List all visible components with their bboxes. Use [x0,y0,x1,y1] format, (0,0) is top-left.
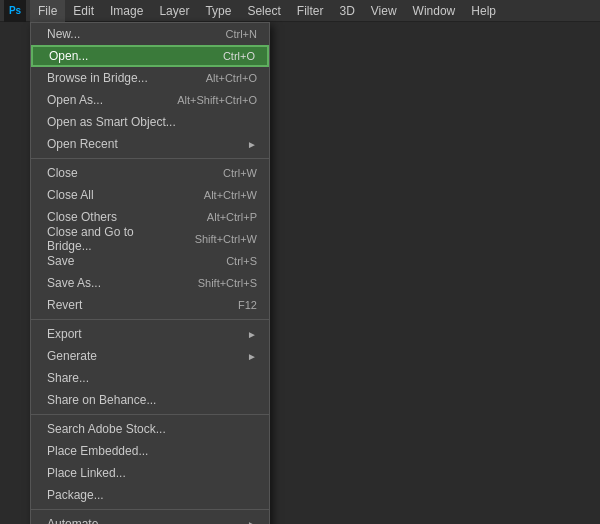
menu-item-search-stock-label: Search Adobe Stock... [47,422,166,436]
menu-item-revert[interactable]: Revert F12 [31,294,269,316]
menu-item-save-shortcut: Ctrl+S [226,255,257,267]
export-arrow-icon: ► [247,329,257,340]
menu-item-open-smart[interactable]: Open as Smart Object... [31,111,269,133]
menu-item-new[interactable]: New... Ctrl+N [31,23,269,45]
menu-item-close-all-label: Close All [47,188,94,202]
menu-item-close[interactable]: Close Ctrl+W [31,162,269,184]
menubar-image[interactable]: Image [102,0,151,22]
menu-item-close-others-label: Close Others [47,210,117,224]
menu-item-browse-label: Browse in Bridge... [47,71,148,85]
menu-item-share-behance-label: Share on Behance... [47,393,156,407]
menu-item-package-label: Package... [47,488,104,502]
menu-item-search-stock[interactable]: Search Adobe Stock... [31,418,269,440]
menu-item-save-as[interactable]: Save As... Shift+Ctrl+S [31,272,269,294]
menubar-filter[interactable]: Filter [289,0,332,22]
file-dropdown-menu: New... Ctrl+N Open... Ctrl+O Browse in B… [30,22,270,524]
menu-item-save-label: Save [47,254,74,268]
menu-item-share-label: Share... [47,371,89,385]
menu-item-close-others-shortcut: Alt+Ctrl+P [207,211,257,223]
menu-item-open-recent[interactable]: Open Recent ► [31,133,269,155]
menubar: Ps File Edit Image Layer Type Select Fil… [0,0,600,22]
menu-item-close-bridge-shortcut: Shift+Ctrl+W [195,233,257,245]
menu-item-open-shortcut: Ctrl+O [223,50,255,62]
menu-item-export[interactable]: Export ► [31,323,269,345]
menu-item-save-as-shortcut: Shift+Ctrl+S [198,277,257,289]
menubar-type[interactable]: Type [197,0,239,22]
menubar-window[interactable]: Window [405,0,464,22]
menu-item-generate[interactable]: Generate ► [31,345,269,367]
automate-arrow-icon: ► [247,519,257,525]
menu-item-save[interactable]: Save Ctrl+S [31,250,269,272]
menubar-select[interactable]: Select [239,0,288,22]
separator-4 [31,509,269,510]
menu-item-close-all[interactable]: Close All Alt+Ctrl+W [31,184,269,206]
menu-item-export-label: Export [47,327,82,341]
separator-2 [31,319,269,320]
menu-item-place-linked[interactable]: Place Linked... [31,462,269,484]
menu-item-place-embedded-label: Place Embedded... [47,444,148,458]
menu-item-place-linked-label: Place Linked... [47,466,126,480]
menu-item-open-as[interactable]: Open As... Alt+Shift+Ctrl+O [31,89,269,111]
menu-item-open-recent-label: Open Recent [47,137,118,151]
menu-item-open-label: Open... [49,49,88,63]
menu-item-browse[interactable]: Browse in Bridge... Alt+Ctrl+O [31,67,269,89]
menu-item-open-as-shortcut: Alt+Shift+Ctrl+O [177,94,257,106]
menu-item-close-shortcut: Ctrl+W [223,167,257,179]
menu-item-new-label: New... [47,27,80,41]
open-recent-arrow-icon: ► [247,139,257,150]
menu-item-automate[interactable]: Automate ► [31,513,269,524]
menu-item-new-shortcut: Ctrl+N [226,28,257,40]
menu-item-save-as-label: Save As... [47,276,101,290]
menu-item-close-bridge[interactable]: Close and Go to Bridge... Shift+Ctrl+W [31,228,269,250]
menubar-layer[interactable]: Layer [151,0,197,22]
generate-arrow-icon: ► [247,351,257,362]
menubar-help[interactable]: Help [463,0,504,22]
menu-item-close-bridge-label: Close and Go to Bridge... [47,225,179,253]
menubar-3d[interactable]: 3D [331,0,362,22]
separator-1 [31,158,269,159]
menubar-view[interactable]: View [363,0,405,22]
menu-item-package[interactable]: Package... [31,484,269,506]
menu-item-automate-label: Automate [47,517,98,524]
menu-item-share-behance[interactable]: Share on Behance... [31,389,269,411]
menu-item-browse-shortcut: Alt+Ctrl+O [206,72,257,84]
app-logo: Ps [4,0,26,22]
menu-item-close-all-shortcut: Alt+Ctrl+W [204,189,257,201]
menu-item-open-as-label: Open As... [47,93,103,107]
menu-item-place-embedded[interactable]: Place Embedded... [31,440,269,462]
menu-item-share[interactable]: Share... [31,367,269,389]
menu-item-revert-shortcut: F12 [238,299,257,311]
separator-3 [31,414,269,415]
menu-item-close-label: Close [47,166,78,180]
menubar-edit[interactable]: Edit [65,0,102,22]
menu-item-revert-label: Revert [47,298,82,312]
menu-item-generate-label: Generate [47,349,97,363]
menu-item-open[interactable]: Open... Ctrl+O [31,45,269,67]
menubar-file[interactable]: File [30,0,65,22]
menu-item-open-smart-label: Open as Smart Object... [47,115,176,129]
